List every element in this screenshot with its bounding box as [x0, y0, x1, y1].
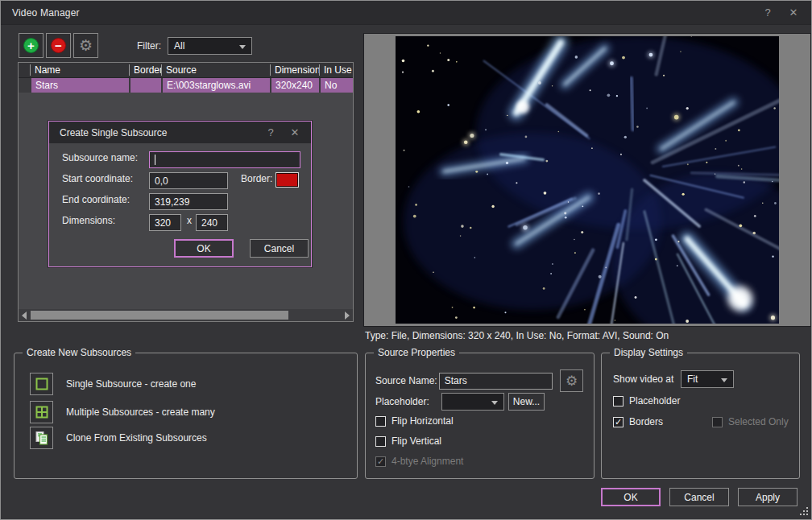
clone-subsources-button[interactable]: [30, 427, 53, 449]
group-title: Source Properties: [374, 347, 459, 358]
source-settings-button[interactable]: ⚙: [73, 33, 98, 58]
flip-horizontal-checkbox[interactable]: [375, 416, 386, 427]
table-header: Name Border Source Dimensions In Use: [19, 63, 353, 78]
window-title: Video Manager: [12, 7, 80, 19]
end-coordinate-label: End coordinate:: [62, 194, 130, 205]
dialog-cancel-button[interactable]: Cancel: [250, 239, 309, 258]
single-square-icon: [34, 376, 50, 392]
byte-alignment-checkbox: [375, 456, 386, 467]
dimension-height-input[interactable]: 240: [196, 214, 228, 231]
add-icon: +: [23, 38, 39, 53]
column-header-border[interactable]: Border: [129, 64, 161, 76]
start-coordinate-label: Start coordinate:: [62, 173, 133, 184]
dimensions-label: Dimensions:: [62, 215, 115, 226]
new-placeholder-button[interactable]: New...: [508, 393, 545, 411]
source-name-settings-button[interactable]: ⚙: [560, 369, 583, 392]
preview-panel: [363, 33, 811, 327]
column-header-inuse[interactable]: In Use: [319, 64, 353, 76]
close-button[interactable]: ✕: [787, 6, 800, 19]
source-name-label: Source Name:: [375, 375, 439, 386]
column-header-name[interactable]: Name: [30, 64, 129, 76]
gear-icon: ⚙: [566, 374, 578, 388]
create-item-label: Clone From Existing Subsources: [66, 432, 207, 444]
toolbar: + − ⚙ Filter: All: [19, 33, 252, 58]
multiple-subsources-item[interactable]: Multiple Subsources - create many: [30, 401, 215, 423]
source-properties-group: Source Properties Source Name: Stars ⚙ P…: [365, 353, 594, 479]
resize-grip[interactable]: [800, 507, 808, 515]
single-subsource-item[interactable]: Single Subsource - create one: [30, 373, 196, 395]
table-row[interactable]: Stars E:\003starglows.avi 320x240 No: [19, 78, 353, 93]
flip-vertical-checkbox[interactable]: [375, 436, 386, 447]
source-name-input[interactable]: Stars: [439, 373, 553, 390]
clone-subsources-item[interactable]: Clone From Existing Subsources: [30, 427, 207, 449]
add-source-button[interactable]: +: [19, 33, 44, 58]
chevron-down-icon: [491, 401, 498, 405]
borders-checkbox[interactable]: [613, 417, 624, 427]
multiple-subsources-button[interactable]: [30, 401, 53, 423]
filter-value: All: [174, 40, 184, 52]
filter-label: Filter:: [137, 40, 161, 52]
borders-label: Borders: [629, 416, 663, 427]
cancel-button[interactable]: Cancel: [669, 488, 729, 506]
group-title: Display Settings: [610, 347, 687, 358]
cell-dimensions: 320x240: [270, 78, 319, 93]
text-caret: [155, 155, 155, 165]
dialog-close-button[interactable]: ✕: [288, 126, 301, 138]
cell-name: Stars: [30, 78, 129, 93]
display-settings-group: Display Settings Show video at Fit Place…: [601, 353, 800, 479]
create-single-subsource-dialog: Create Single Subsource ? ✕ Subsource na…: [48, 121, 312, 267]
chevron-down-icon: [239, 45, 246, 49]
footer-buttons: OK Cancel Apply: [601, 488, 798, 506]
dialog-title-bar: Create Single Subsource ? ✕: [49, 122, 311, 143]
flip-vertical-label: Flip Vertical: [392, 435, 441, 447]
dimensions-x-separator: x: [187, 215, 192, 226]
dialog-title: Create Single Subsource: [60, 127, 167, 138]
help-button[interactable]: ?: [761, 6, 774, 19]
remove-source-button[interactable]: −: [46, 33, 71, 58]
border-color-swatch[interactable]: [276, 172, 299, 188]
flip-horizontal-label: Flip Horizontal: [392, 415, 454, 427]
grid-icon: [34, 404, 50, 420]
cell-inuse: No: [319, 78, 353, 93]
ok-button[interactable]: OK: [601, 488, 661, 506]
video-preview: [396, 36, 779, 324]
start-coordinate-input[interactable]: 0,0: [149, 172, 228, 189]
dialog-help-button[interactable]: ?: [264, 126, 277, 138]
remove-icon: −: [51, 38, 66, 53]
create-item-label: Multiple Subsources - create many: [66, 407, 215, 418]
end-coordinate-input[interactable]: 319,239: [149, 193, 228, 210]
placeholder-label: Placeholder:: [375, 396, 441, 407]
clone-documents-icon: [34, 430, 50, 446]
gear-icon: ⚙: [79, 38, 93, 53]
selected-only-checkbox: [712, 417, 723, 427]
chevron-down-icon: [721, 378, 727, 382]
source-info-text: Type: File, Dimensions: 320 x 240, In Us…: [365, 330, 669, 341]
apply-button[interactable]: Apply: [738, 488, 798, 506]
create-item-label: Single Subsource - create one: [66, 378, 196, 390]
scroll-left-icon[interactable]: [19, 309, 30, 321]
scrollbar-thumb[interactable]: [31, 311, 288, 320]
dimension-width-input[interactable]: 320: [149, 214, 181, 231]
show-video-at-label: Show video at: [613, 373, 681, 385]
scroll-right-icon[interactable]: [342, 309, 353, 321]
column-header-source[interactable]: Source: [161, 64, 270, 76]
dialog-ok-button[interactable]: OK: [174, 239, 234, 258]
create-new-subsources-group: Create New Subsources Single Subsource -…: [14, 353, 358, 479]
horizontal-scrollbar[interactable]: [19, 309, 353, 321]
video-manager-window: Video Manager ? ✕ + − ⚙ Filter: All Name: [0, 0, 812, 520]
subsource-name-label: Subsource name:: [62, 152, 138, 163]
title-bar: Video Manager ? ✕: [1, 1, 811, 25]
placeholder-dropdown[interactable]: [441, 393, 504, 411]
placeholder-display-checkbox[interactable]: [613, 396, 624, 407]
subsource-name-input[interactable]: [149, 151, 300, 168]
column-header-dimensions[interactable]: Dimensions: [270, 64, 319, 76]
border-label: Border:: [241, 173, 272, 184]
cell-source: E:\003starglows.avi: [161, 78, 270, 93]
placeholder-display-label: Placeholder: [629, 395, 680, 407]
selected-only-label: Selected Only: [728, 416, 789, 427]
byte-alignment-label: 4-btye Alignment: [392, 456, 463, 467]
cell-border: [129, 78, 161, 93]
single-subsource-button[interactable]: [30, 373, 53, 395]
filter-dropdown[interactable]: All: [168, 37, 252, 55]
show-video-at-dropdown[interactable]: Fit: [681, 370, 734, 388]
